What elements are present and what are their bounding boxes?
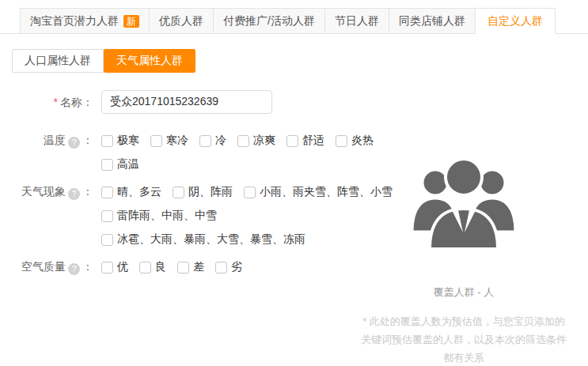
tab-label: 优质人群 — [159, 14, 203, 28]
checkbox-label: 良 — [155, 260, 166, 274]
form-group-temperature: 温度?：极寒寒冷冷凉爽舒适炎热高温 — [0, 133, 364, 172]
checkbox-option[interactable]: 优 — [101, 260, 128, 274]
checkbox-row: 雷阵雨、中雨、中雪 — [101, 208, 364, 224]
tab-label: 淘宝首页潜力人群 — [30, 14, 119, 28]
checkbox[interactable] — [215, 262, 227, 274]
checkbox-label: 舒适 — [302, 134, 324, 148]
name-field-label: *名称： — [0, 96, 93, 110]
required-asterisk: * — [54, 96, 58, 108]
checkbox-option[interactable]: 冷 — [199, 134, 226, 148]
checkbox-label: 劣 — [231, 260, 242, 274]
checkbox-option[interactable]: 高温 — [101, 157, 139, 172]
checkbox-option[interactable]: 阴、阵雨 — [173, 185, 233, 199]
checkbox-row: 高温 — [101, 157, 364, 172]
checkbox-label: 优 — [117, 260, 128, 274]
checkbox-option[interactable]: 炎热 — [336, 134, 374, 148]
checkbox[interactable] — [101, 159, 113, 171]
temperature-label: 温度?： — [0, 134, 93, 149]
checkbox-option[interactable]: 良 — [139, 260, 166, 274]
checkbox-label: 阴、阵雨 — [188, 185, 233, 199]
tab-label: 付费推广/活动人群 — [223, 14, 315, 28]
checkbox-row: 冰雹、大雨、暴雨、大雪、暴雪、冻雨 — [101, 232, 364, 247]
checkbox[interactable] — [173, 187, 184, 198]
people-group-icon — [408, 153, 519, 251]
checkbox[interactable] — [286, 135, 298, 147]
tab-label: 自定义人群 — [487, 14, 543, 28]
checkbox-option[interactable]: 寒冷 — [150, 134, 188, 148]
checkbox-option[interactable]: 晴、多云 — [101, 185, 161, 199]
subtab-weather-crowd[interactable]: 天气属性人群 — [104, 49, 195, 73]
checkbox-option[interactable]: 极寒 — [101, 134, 139, 148]
checkbox-option[interactable]: 差 — [177, 260, 204, 274]
tab-label: 同类店铺人群 — [399, 14, 465, 28]
checkbox[interactable] — [150, 135, 162, 147]
checkbox-label: 差 — [193, 260, 204, 274]
checkbox[interactable] — [101, 187, 113, 198]
subtab-label: 人口属性人群 — [25, 54, 91, 68]
coverage-count-caption: 覆盖人群 - 人 — [356, 285, 571, 300]
checkbox[interactable] — [101, 262, 113, 274]
checkbox-label: 雷阵雨、中雨、中雪 — [117, 209, 217, 223]
checkbox-option[interactable]: 雷阵雨、中雨、中雪 — [101, 209, 217, 223]
tab-premium-crowd[interactable]: 优质人群 — [149, 8, 214, 34]
crowd-tab-bar: 淘宝首页潜力人群 新 优质人群 付费推广/活动人群 节日人群 同类店铺人群 自定… — [0, 8, 588, 34]
checkbox-label: 寒冷 — [166, 134, 188, 148]
checkbox[interactable] — [101, 210, 113, 222]
form-group-weather-phenomenon: 天气现象?：晴、多云阴、阵雨小雨、雨夹雪、阵雪、小雪雷阵雨、中雨、中雪冰雹、大雨… — [0, 184, 364, 247]
tab-festival-crowd[interactable]: 节日人群 — [324, 8, 389, 34]
tab-taobao-homepage-potential[interactable]: 淘宝首页潜力人群 新 — [20, 8, 150, 34]
custom-audience-page: 淘宝首页潜力人群 新 优质人群 付费推广/活动人群 节日人群 同类店铺人群 自定… — [0, 0, 588, 366]
tab-label: 节日人群 — [335, 14, 379, 28]
checkbox-label: 晴、多云 — [117, 185, 161, 199]
checkbox-option[interactable]: 舒适 — [286, 134, 324, 148]
coverage-panel: 覆盖人群 - 人 * 此处的覆盖人数为预估值，与您宝贝添加的 关键词预估覆盖的人… — [356, 153, 571, 366]
checkbox-label: 炎热 — [351, 134, 374, 148]
tab-custom-crowd[interactable]: 自定义人群 — [475, 8, 556, 34]
help-icon[interactable]: ? — [68, 263, 80, 275]
checkbox[interactable] — [177, 262, 189, 274]
checkbox[interactable] — [139, 262, 151, 274]
tab-similar-shop-crowd[interactable]: 同类店铺人群 — [389, 8, 476, 34]
help-icon[interactable]: ? — [68, 188, 80, 200]
checkbox[interactable] — [237, 135, 249, 147]
checkbox-option[interactable]: 冰雹、大雨、暴雨、大雪、暴雪、冻雨 — [101, 232, 305, 247]
weather-phenomenon-label: 天气现象?： — [0, 185, 93, 200]
tab-paid-promo-activity-crowd[interactable]: 付费推广/活动人群 — [213, 8, 325, 34]
checkbox-option[interactable]: 凉爽 — [237, 134, 275, 148]
checkbox-row: 极寒寒冷冷凉爽舒适炎热 — [101, 133, 364, 149]
help-icon[interactable]: ? — [68, 137, 80, 149]
checkbox-label: 极寒 — [117, 134, 139, 148]
checkbox-label: 冰雹、大雨、暴雨、大雪、暴雪、冻雨 — [117, 232, 305, 247]
checkbox[interactable] — [101, 135, 113, 147]
checkbox-row: 优良差劣 — [101, 259, 364, 275]
new-badge: 新 — [123, 15, 139, 28]
checkbox-label: 冷 — [215, 134, 226, 148]
coverage-estimate-note: * 此处的覆盖人数为预估值，与您宝贝添加的 关键词预估覆盖的人群，以及本次的筛选… — [356, 313, 571, 366]
checkbox[interactable] — [101, 234, 113, 246]
form-group-air-quality: 空气质量?：优良差劣 — [0, 259, 364, 275]
checkbox[interactable] — [336, 135, 347, 147]
audience-name-input[interactable] — [101, 90, 272, 114]
air-quality-label: 空气质量?： — [0, 260, 93, 275]
checkbox[interactable] — [199, 135, 211, 147]
filter-groups: 温度?：极寒寒冷冷凉爽舒适炎热高温天气现象?：晴、多云阴、阵雨小雨、雨夹雪、阵雪… — [0, 133, 364, 287]
checkbox-row: 晴、多云阴、阵雨小雨、雨夹雪、阵雪、小雪 — [101, 184, 364, 200]
checkbox-option[interactable]: 劣 — [215, 260, 242, 274]
checkbox[interactable] — [244, 187, 256, 198]
checkbox-label: 凉爽 — [253, 134, 275, 148]
subtab-label: 天气属性人群 — [116, 54, 183, 68]
attribute-subtab-bar: 人口属性人群 天气属性人群 — [12, 49, 195, 73]
subtab-demographic-crowd[interactable]: 人口属性人群 — [12, 49, 104, 73]
checkbox-label: 高温 — [117, 157, 139, 172]
